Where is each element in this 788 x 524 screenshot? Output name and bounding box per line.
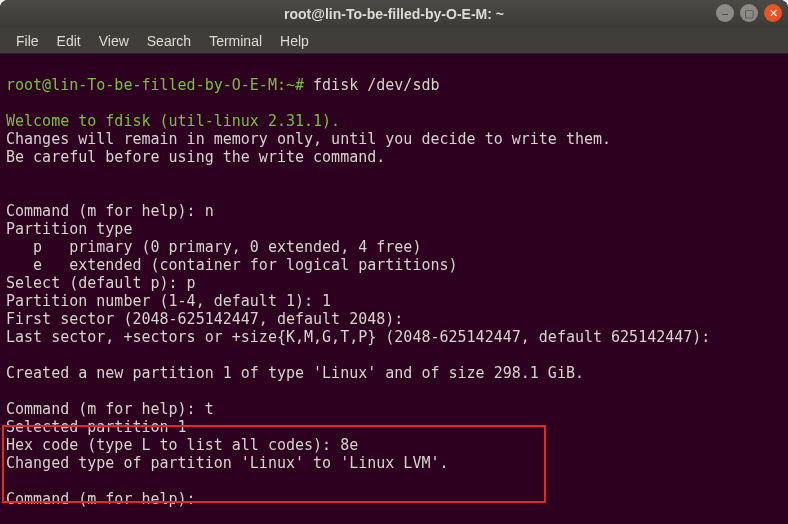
output-line: Partition type: [6, 220, 132, 238]
minimize-button[interactable]: –: [716, 4, 734, 22]
output-line: Created a new partition 1 of type 'Linux…: [6, 364, 584, 382]
window-controls: – ▢ ✕: [716, 4, 782, 22]
output-line: Last sector, +sectors or +size{K,M,G,T,P…: [6, 328, 710, 346]
window-title: root@lin-To-be-filled-by-O-E-M: ~: [284, 6, 504, 22]
output-line: Changes will remain in memory only, unti…: [6, 130, 611, 148]
menu-search[interactable]: Search: [139, 30, 199, 52]
menubar: File Edit View Search Terminal Help: [0, 28, 788, 54]
close-button[interactable]: ✕: [764, 4, 782, 22]
output-line: Changed type of partition 'Linux' to 'Li…: [6, 454, 449, 472]
welcome-line: Welcome to fdisk (util-linux 2.31.1).: [6, 112, 340, 130]
menu-view[interactable]: View: [91, 30, 137, 52]
output-line: e extended (container for logical partit…: [6, 256, 458, 274]
menu-file[interactable]: File: [8, 30, 47, 52]
output-line: Select (default p): p: [6, 274, 196, 292]
menu-edit[interactable]: Edit: [49, 30, 89, 52]
output-line: Be careful before using the write comman…: [6, 148, 385, 166]
terminal-body[interactable]: root@lin-To-be-filled-by-O-E-M:~# fdisk …: [0, 54, 788, 512]
output-line: Command (m for help):: [6, 490, 205, 508]
menu-terminal[interactable]: Terminal: [201, 30, 270, 52]
window-titlebar: root@lin-To-be-filled-by-O-E-M: ~ – ▢ ✕: [0, 0, 788, 28]
output-line: p primary (0 primary, 0 extended, 4 free…: [6, 238, 421, 256]
output-line: Selected partition 1: [6, 418, 187, 436]
menu-help[interactable]: Help: [272, 30, 317, 52]
terminal-window: root@lin-To-be-filled-by-O-E-M: ~ – ▢ ✕ …: [0, 0, 788, 524]
output-line: First sector (2048-625142447, default 20…: [6, 310, 403, 328]
output-line: Command (m for help): t: [6, 400, 214, 418]
output-line: Hex code (type L to list all codes): 8e: [6, 436, 358, 454]
output-line: Command (m for help): n: [6, 202, 214, 220]
prompt-line: root@lin-To-be-filled-by-O-E-M:~# fdisk …: [6, 76, 439, 94]
maximize-button[interactable]: ▢: [740, 4, 758, 22]
prompt: root@lin-To-be-filled-by-O-E-M:~#: [6, 76, 313, 94]
output-line: Partition number (1-4, default 1): 1: [6, 292, 331, 310]
command-entered: fdisk /dev/sdb: [313, 76, 439, 94]
